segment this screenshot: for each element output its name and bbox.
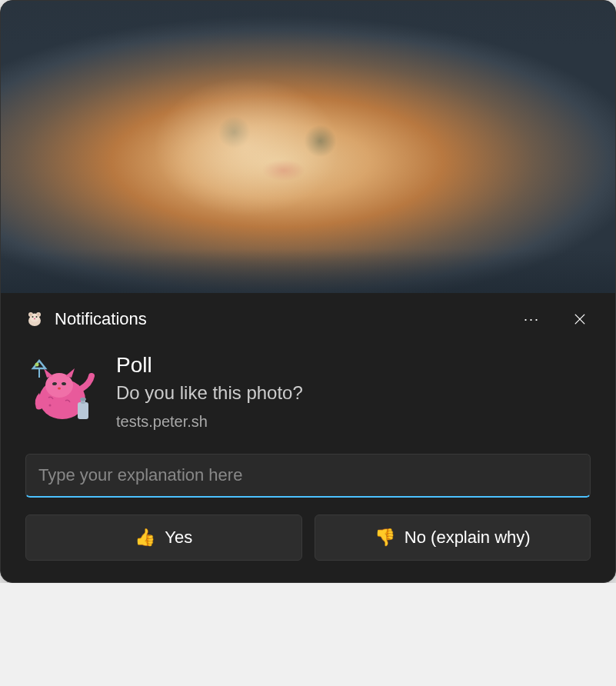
svg-point-5 (38, 314, 40, 316)
app-name-label: Notifications (55, 309, 507, 329)
content-source: tests.peter.sh (116, 413, 591, 431)
close-icon (572, 311, 588, 327)
header-actions: ··· (518, 308, 591, 330)
svg-point-15 (35, 363, 39, 367)
svg-rect-16 (78, 402, 88, 419)
hero-image (1, 1, 615, 293)
content-text: Poll Do you like this photo? tests.peter… (116, 351, 591, 431)
content-message: Do you like this photo? (116, 382, 591, 404)
svg-point-8 (34, 318, 35, 320)
app-icon (25, 310, 44, 328)
svg-point-19 (49, 405, 52, 407)
content-title: Poll (116, 353, 591, 378)
yes-button[interactable]: 👍 Yes (25, 514, 302, 561)
close-button[interactable] (569, 308, 591, 330)
content-row: Poll Do you like this photo? tests.peter… (25, 351, 591, 431)
notification-body: Notifications ··· (1, 293, 615, 582)
yes-button-label: Yes (165, 528, 192, 548)
more-button[interactable]: ··· (518, 309, 546, 329)
svg-point-13 (58, 388, 61, 390)
no-button[interactable]: 👎 No (explain why) (315, 514, 591, 561)
svg-point-7 (36, 316, 38, 318)
explanation-input[interactable] (25, 454, 591, 498)
thumbs-up-icon: 👍 (135, 528, 155, 548)
thumbs-down-icon: 👎 (375, 528, 395, 548)
content-icon (25, 355, 99, 428)
svg-point-18 (80, 398, 86, 401)
notification-card: Notifications ··· (0, 0, 616, 583)
hamster-icon (25, 310, 44, 328)
cat-party-icon (25, 355, 99, 428)
no-button-label: No (explain why) (405, 528, 531, 548)
notification-header: Notifications ··· (25, 308, 591, 330)
svg-point-6 (32, 316, 34, 318)
svg-point-4 (30, 314, 32, 316)
button-row: 👍 Yes 👎 No (explain why) (25, 514, 591, 561)
